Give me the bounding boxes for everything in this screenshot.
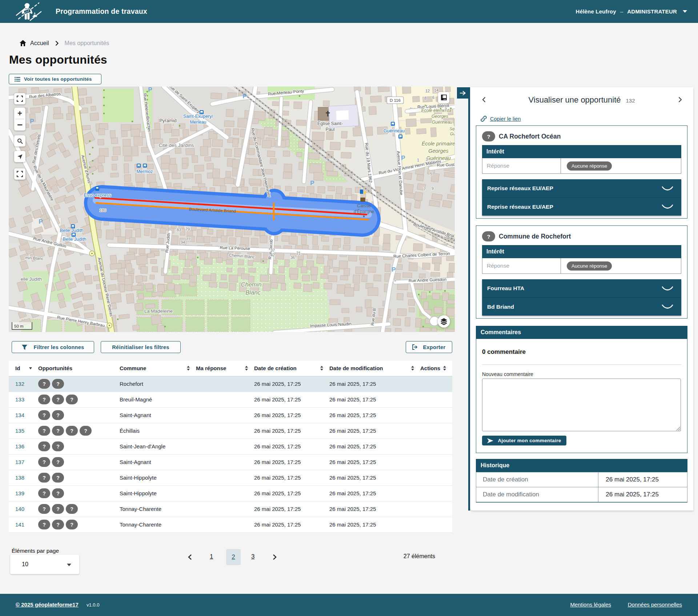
svg-text:Squ: Squ xyxy=(449,127,455,131)
svg-text:D 116: D 116 xyxy=(390,98,401,103)
svg-text:1: 1 xyxy=(417,158,419,162)
svg-text:79: 79 xyxy=(185,227,190,231)
svg-text:50 m: 50 m xyxy=(14,324,24,328)
svg-text:Paul: Paul xyxy=(325,127,334,132)
svg-text:Caisse: Caisse xyxy=(357,203,371,208)
svg-text:elle Judith: elle Judith xyxy=(21,276,42,282)
svg-text:83: 83 xyxy=(177,228,181,232)
svg-text:P: P xyxy=(148,87,152,93)
svg-text:Belle Judith: Belle Judith xyxy=(63,237,87,242)
svg-text:←: ← xyxy=(409,105,414,110)
svg-text:36: 36 xyxy=(290,255,295,260)
svg-text:d'Épargne: d'Épargne xyxy=(354,209,374,214)
svg-text:Mermoz: Mermoz xyxy=(136,169,153,174)
svg-text:Chemin: Chemin xyxy=(241,281,262,288)
svg-text:77: 77 xyxy=(186,237,190,241)
svg-text:Merleau: Merleau xyxy=(190,120,206,125)
svg-text:9: 9 xyxy=(432,186,434,191)
svg-text:Blanc: Blanc xyxy=(245,289,261,296)
svg-text:P: P xyxy=(242,93,246,100)
svg-text:Belle Judith: Belle Judith xyxy=(60,228,84,233)
svg-text:Guérineau: Guérineau xyxy=(426,155,451,161)
svg-text:94: 94 xyxy=(181,240,185,244)
svg-text:Guér: Guér xyxy=(450,132,455,136)
svg-text:⚡: ⚡ xyxy=(363,190,367,195)
svg-text:→: → xyxy=(393,277,397,283)
svg-text:P: P xyxy=(310,180,314,187)
svg-text:14: 14 xyxy=(434,88,438,92)
svg-text:5: 5 xyxy=(430,172,432,176)
svg-text:P: P xyxy=(401,155,405,161)
svg-text:21: 21 xyxy=(296,251,301,255)
svg-text:École élémenta: École élémenta xyxy=(421,108,452,113)
svg-text:Église Saint-: Église Saint- xyxy=(317,121,343,126)
svg-text:La Madeleine: La Madeleine xyxy=(144,308,173,314)
svg-text:Georges: Georges xyxy=(432,114,448,119)
svg-text:3: 3 xyxy=(426,157,428,161)
svg-text:6: 6 xyxy=(432,95,434,100)
svg-text:Saint-Exupéry/: Saint-Exupéry/ xyxy=(183,114,213,119)
svg-text:Guérineau: Guérineau xyxy=(384,128,405,133)
svg-text:12: 12 xyxy=(425,89,430,93)
svg-text:P: P xyxy=(30,118,34,125)
svg-text:P: P xyxy=(392,266,396,273)
svg-text:180: 180 xyxy=(100,208,106,212)
svg-text:✝: ✝ xyxy=(325,110,331,118)
svg-text:École primaire: École primaire xyxy=(422,141,455,147)
svg-text:P: P xyxy=(39,218,43,225)
svg-text:Guérineau: Guérineau xyxy=(432,120,452,125)
svg-text:2: 2 xyxy=(445,107,447,111)
svg-text:42: 42 xyxy=(270,253,275,257)
svg-text:Pyramid: Pyramid xyxy=(159,118,177,123)
svg-text:37: 37 xyxy=(270,248,275,252)
svg-text:8: 8 xyxy=(424,96,426,100)
svg-text:Esso express: Esso express xyxy=(84,193,111,198)
svg-text:Georges: Georges xyxy=(428,148,449,154)
svg-text:Cité des Jardins: Cité des Jardins xyxy=(159,143,194,148)
svg-text:7: 7 xyxy=(424,187,426,191)
